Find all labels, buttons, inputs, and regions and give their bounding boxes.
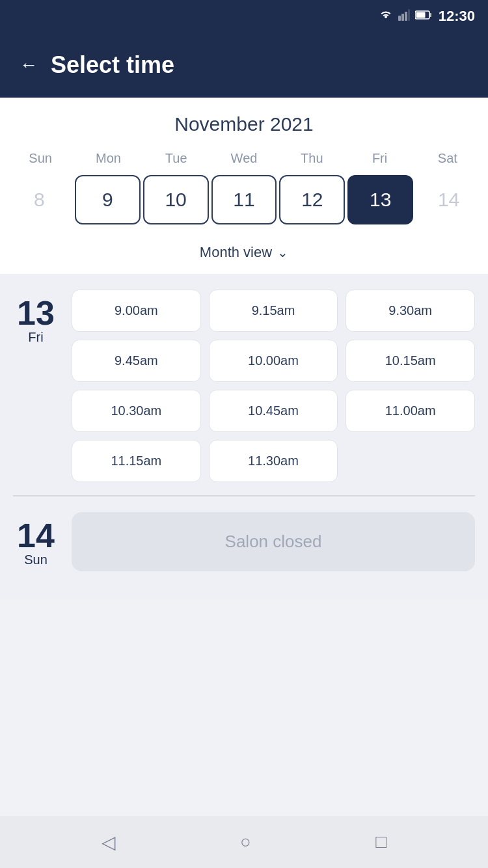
time-grid-13: 9.00am 9.15am 9.30am 9.45am 10.00am 10.1… — [72, 290, 475, 482]
status-time: 12:30 — [439, 8, 475, 25]
back-button[interactable]: ← — [20, 56, 38, 74]
day-number-13: 13 Fri — [13, 290, 59, 482]
big-day-14: 14 — [17, 519, 55, 552]
wifi-icon — [379, 10, 393, 23]
day-header-sat: Sat — [414, 146, 481, 171]
svg-rect-5 — [429, 13, 431, 17]
time-slot-1100am[interactable]: 11.00am — [346, 390, 475, 432]
section-divider — [13, 495, 475, 496]
day-header-thu: Thu — [278, 146, 346, 171]
closed-slot: Salon closed — [72, 512, 475, 571]
day-header-wed: Wed — [210, 146, 278, 171]
date-14[interactable]: 14 — [416, 175, 481, 224]
calendar-section: November 2021 Sun Mon Tue Wed Thu Fri Sa… — [0, 98, 488, 274]
time-slot-1015am[interactable]: 10.15am — [346, 340, 475, 382]
time-slot-1115am[interactable]: 11.15am — [72, 440, 201, 482]
date-10[interactable]: 10 — [143, 175, 209, 224]
month-label: November 2021 — [0, 113, 488, 135]
status-bar: 12:30 — [0, 0, 488, 33]
day-name-fri: Fri — [28, 330, 43, 345]
status-icons — [379, 9, 432, 23]
date-9[interactable]: 9 — [75, 175, 141, 224]
day-header-fri: Fri — [346, 146, 413, 171]
day-number-14: 14 Sun — [13, 512, 59, 571]
day-header-mon: Mon — [74, 146, 142, 171]
battery-icon — [415, 10, 432, 22]
month-view-label: Month view — [200, 244, 272, 261]
svg-rect-6 — [416, 12, 425, 18]
svg-rect-1 — [401, 14, 404, 21]
time-section: 13 Fri 9.00am 9.15am 9.30am 9.45am 10.00… — [0, 274, 488, 600]
nav-recent-icon[interactable]: □ — [375, 832, 386, 852]
date-13[interactable]: 13 — [347, 175, 413, 224]
signal-icon — [398, 9, 410, 23]
day-headers: Sun Mon Tue Wed Thu Fri Sat — [0, 146, 488, 171]
time-slot-930am[interactable]: 9.30am — [346, 290, 475, 332]
time-slot-1130am[interactable]: 11.30am — [209, 440, 338, 482]
month-view-toggle[interactable]: Month view ⌄ — [0, 235, 488, 274]
date-8[interactable]: 8 — [7, 175, 72, 224]
date-11[interactable]: 11 — [211, 175, 277, 224]
big-day-13: 13 — [17, 296, 55, 330]
time-slot-1030am[interactable]: 10.30am — [72, 390, 201, 432]
time-slot-945am[interactable]: 9.45am — [72, 340, 201, 382]
dates-row: 8 9 10 11 12 13 14 — [0, 171, 488, 235]
day-block-13: 13 Fri 9.00am 9.15am 9.30am 9.45am 10.00… — [13, 290, 475, 482]
app-header: ← Select time — [0, 33, 488, 98]
day-name-sun: Sun — [24, 552, 47, 567]
time-slot-900am[interactable]: 9.00am — [72, 290, 201, 332]
time-slot-1000am[interactable]: 10.00am — [209, 340, 338, 382]
bottom-nav: ◁ ○ □ — [0, 816, 488, 868]
date-12[interactable]: 12 — [279, 175, 345, 224]
svg-rect-3 — [408, 9, 410, 21]
page-title: Select time — [51, 51, 174, 79]
day-header-sun: Sun — [7, 146, 74, 171]
time-slot-1045am[interactable]: 10.45am — [209, 390, 338, 432]
time-slot-915am[interactable]: 9.15am — [209, 290, 338, 332]
svg-rect-0 — [398, 16, 401, 21]
day-block-14: 14 Sun Salon closed — [13, 512, 475, 571]
nav-back-icon[interactable]: ◁ — [102, 832, 116, 853]
nav-home-icon[interactable]: ○ — [240, 832, 251, 852]
day-header-tue: Tue — [142, 146, 210, 171]
chevron-down-icon: ⌄ — [277, 245, 288, 260]
svg-rect-2 — [405, 12, 407, 21]
